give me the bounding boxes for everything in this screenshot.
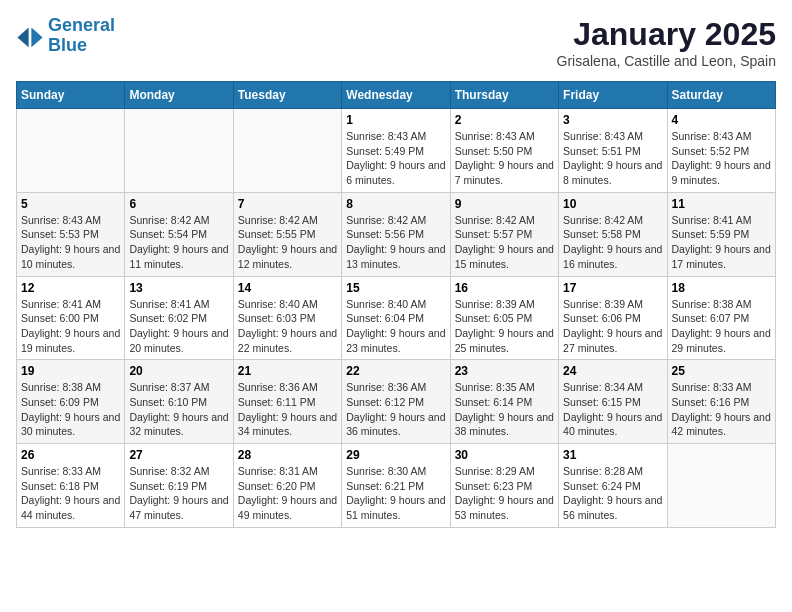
day-number: 6: [129, 197, 228, 211]
calendar-cell: 6Sunrise: 8:42 AMSunset: 5:54 PMDaylight…: [125, 192, 233, 276]
weekday-friday: Friday: [559, 82, 667, 109]
day-number: 25: [672, 364, 771, 378]
calendar-cell: 29Sunrise: 8:30 AMSunset: 6:21 PMDayligh…: [342, 444, 450, 528]
day-number: 10: [563, 197, 662, 211]
calendar-cell: 2Sunrise: 8:43 AMSunset: 5:50 PMDaylight…: [450, 109, 558, 193]
logo-icon: [16, 22, 44, 50]
day-number: 9: [455, 197, 554, 211]
day-info: Sunrise: 8:38 AMSunset: 6:09 PMDaylight:…: [21, 380, 120, 439]
day-number: 29: [346, 448, 445, 462]
day-number: 2: [455, 113, 554, 127]
day-number: 11: [672, 197, 771, 211]
calendar-cell: 14Sunrise: 8:40 AMSunset: 6:03 PMDayligh…: [233, 276, 341, 360]
calendar-cell: 20Sunrise: 8:37 AMSunset: 6:10 PMDayligh…: [125, 360, 233, 444]
day-info: Sunrise: 8:36 AMSunset: 6:12 PMDaylight:…: [346, 380, 445, 439]
logo: General Blue: [16, 16, 115, 56]
location-subtitle: Grisalena, Castille and Leon, Spain: [557, 53, 776, 69]
weekday-thursday: Thursday: [450, 82, 558, 109]
day-info: Sunrise: 8:30 AMSunset: 6:21 PMDaylight:…: [346, 464, 445, 523]
day-info: Sunrise: 8:34 AMSunset: 6:15 PMDaylight:…: [563, 380, 662, 439]
day-number: 1: [346, 113, 445, 127]
day-number: 24: [563, 364, 662, 378]
day-number: 20: [129, 364, 228, 378]
calendar-cell: 3Sunrise: 8:43 AMSunset: 5:51 PMDaylight…: [559, 109, 667, 193]
day-info: Sunrise: 8:37 AMSunset: 6:10 PMDaylight:…: [129, 380, 228, 439]
calendar-cell: 17Sunrise: 8:39 AMSunset: 6:06 PMDayligh…: [559, 276, 667, 360]
day-info: Sunrise: 8:42 AMSunset: 5:57 PMDaylight:…: [455, 213, 554, 272]
day-info: Sunrise: 8:41 AMSunset: 5:59 PMDaylight:…: [672, 213, 771, 272]
calendar-cell: 30Sunrise: 8:29 AMSunset: 6:23 PMDayligh…: [450, 444, 558, 528]
logo-line2: Blue: [48, 35, 87, 55]
day-number: 31: [563, 448, 662, 462]
day-info: Sunrise: 8:43 AMSunset: 5:53 PMDaylight:…: [21, 213, 120, 272]
day-info: Sunrise: 8:42 AMSunset: 5:58 PMDaylight:…: [563, 213, 662, 272]
weekday-saturday: Saturday: [667, 82, 775, 109]
weekday-header-row: SundayMondayTuesdayWednesdayThursdayFrid…: [17, 82, 776, 109]
calendar-cell: [17, 109, 125, 193]
week-row-3: 12Sunrise: 8:41 AMSunset: 6:00 PMDayligh…: [17, 276, 776, 360]
day-number: 28: [238, 448, 337, 462]
day-number: 5: [21, 197, 120, 211]
calendar-cell: 31Sunrise: 8:28 AMSunset: 6:24 PMDayligh…: [559, 444, 667, 528]
week-row-2: 5Sunrise: 8:43 AMSunset: 5:53 PMDaylight…: [17, 192, 776, 276]
day-info: Sunrise: 8:33 AMSunset: 6:16 PMDaylight:…: [672, 380, 771, 439]
calendar-cell: 23Sunrise: 8:35 AMSunset: 6:14 PMDayligh…: [450, 360, 558, 444]
day-number: 14: [238, 281, 337, 295]
day-info: Sunrise: 8:42 AMSunset: 5:55 PMDaylight:…: [238, 213, 337, 272]
day-number: 12: [21, 281, 120, 295]
calendar-cell: 18Sunrise: 8:38 AMSunset: 6:07 PMDayligh…: [667, 276, 775, 360]
calendar-cell: 10Sunrise: 8:42 AMSunset: 5:58 PMDayligh…: [559, 192, 667, 276]
day-number: 13: [129, 281, 228, 295]
calendar-cell: 26Sunrise: 8:33 AMSunset: 6:18 PMDayligh…: [17, 444, 125, 528]
day-info: Sunrise: 8:39 AMSunset: 6:06 PMDaylight:…: [563, 297, 662, 356]
calendar-cell: [667, 444, 775, 528]
day-info: Sunrise: 8:41 AMSunset: 6:00 PMDaylight:…: [21, 297, 120, 356]
month-title: January 2025: [557, 16, 776, 53]
calendar-cell: 7Sunrise: 8:42 AMSunset: 5:55 PMDaylight…: [233, 192, 341, 276]
calendar-cell: 4Sunrise: 8:43 AMSunset: 5:52 PMDaylight…: [667, 109, 775, 193]
calendar-cell: 22Sunrise: 8:36 AMSunset: 6:12 PMDayligh…: [342, 360, 450, 444]
day-info: Sunrise: 8:40 AMSunset: 6:04 PMDaylight:…: [346, 297, 445, 356]
day-number: 27: [129, 448, 228, 462]
day-number: 17: [563, 281, 662, 295]
calendar-cell: 27Sunrise: 8:32 AMSunset: 6:19 PMDayligh…: [125, 444, 233, 528]
day-info: Sunrise: 8:43 AMSunset: 5:50 PMDaylight:…: [455, 129, 554, 188]
calendar-cell: 9Sunrise: 8:42 AMSunset: 5:57 PMDaylight…: [450, 192, 558, 276]
day-number: 4: [672, 113, 771, 127]
day-info: Sunrise: 8:36 AMSunset: 6:11 PMDaylight:…: [238, 380, 337, 439]
calendar-cell: 5Sunrise: 8:43 AMSunset: 5:53 PMDaylight…: [17, 192, 125, 276]
weekday-monday: Monday: [125, 82, 233, 109]
day-number: 3: [563, 113, 662, 127]
day-number: 8: [346, 197, 445, 211]
day-number: 15: [346, 281, 445, 295]
day-info: Sunrise: 8:38 AMSunset: 6:07 PMDaylight:…: [672, 297, 771, 356]
day-info: Sunrise: 8:31 AMSunset: 6:20 PMDaylight:…: [238, 464, 337, 523]
day-number: 23: [455, 364, 554, 378]
day-info: Sunrise: 8:40 AMSunset: 6:03 PMDaylight:…: [238, 297, 337, 356]
calendar-cell: 13Sunrise: 8:41 AMSunset: 6:02 PMDayligh…: [125, 276, 233, 360]
calendar-table: SundayMondayTuesdayWednesdayThursdayFrid…: [16, 81, 776, 528]
week-row-5: 26Sunrise: 8:33 AMSunset: 6:18 PMDayligh…: [17, 444, 776, 528]
day-info: Sunrise: 8:43 AMSunset: 5:52 PMDaylight:…: [672, 129, 771, 188]
calendar-cell: [125, 109, 233, 193]
day-info: Sunrise: 8:42 AMSunset: 5:54 PMDaylight:…: [129, 213, 228, 272]
logo-text: General Blue: [48, 16, 115, 56]
calendar-cell: 28Sunrise: 8:31 AMSunset: 6:20 PMDayligh…: [233, 444, 341, 528]
day-info: Sunrise: 8:28 AMSunset: 6:24 PMDaylight:…: [563, 464, 662, 523]
calendar-cell: 11Sunrise: 8:41 AMSunset: 5:59 PMDayligh…: [667, 192, 775, 276]
svg-marker-1: [17, 27, 28, 47]
logo-line1: General: [48, 15, 115, 35]
calendar-cell: 21Sunrise: 8:36 AMSunset: 6:11 PMDayligh…: [233, 360, 341, 444]
day-number: 19: [21, 364, 120, 378]
weekday-tuesday: Tuesday: [233, 82, 341, 109]
day-info: Sunrise: 8:33 AMSunset: 6:18 PMDaylight:…: [21, 464, 120, 523]
day-info: Sunrise: 8:42 AMSunset: 5:56 PMDaylight:…: [346, 213, 445, 272]
day-info: Sunrise: 8:29 AMSunset: 6:23 PMDaylight:…: [455, 464, 554, 523]
calendar-cell: 15Sunrise: 8:40 AMSunset: 6:04 PMDayligh…: [342, 276, 450, 360]
title-block: January 2025 Grisalena, Castille and Leo…: [557, 16, 776, 69]
day-info: Sunrise: 8:35 AMSunset: 6:14 PMDaylight:…: [455, 380, 554, 439]
page-header: General Blue January 2025 Grisalena, Cas…: [16, 16, 776, 69]
day-number: 26: [21, 448, 120, 462]
day-info: Sunrise: 8:32 AMSunset: 6:19 PMDaylight:…: [129, 464, 228, 523]
week-row-4: 19Sunrise: 8:38 AMSunset: 6:09 PMDayligh…: [17, 360, 776, 444]
